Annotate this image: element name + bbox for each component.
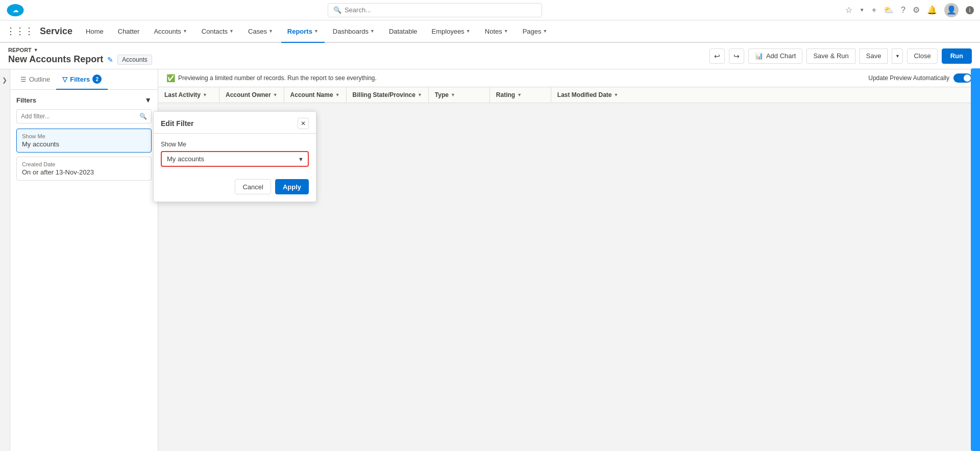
run-button[interactable]: Run [942,48,972,64]
app-name: Service [40,26,72,37]
modal-body: Show Me My accounts All accounts My team… [154,134,316,174]
settings-icon[interactable]: ⚙ [913,5,920,15]
nav-cases-chevron: ▼ [268,29,273,34]
filter-icon: ▽ [62,76,67,83]
col-account-owner-chevron: ▼ [273,92,278,97]
filter-search-input[interactable] [21,113,139,120]
col-rating[interactable]: Rating ▼ [490,87,551,103]
nav-item-datatable[interactable]: Datatable [383,20,424,43]
table-area: Last Activity ▼ Account Owner ▼ Account … [158,87,980,103]
col-last-modified-date[interactable]: Last Modified Date ▼ [551,87,625,103]
report-actions: ↩ ↪ 📊 Add Chart Save & Run Save ▼ Close … [709,48,972,64]
apply-button[interactable]: Apply [275,179,309,194]
preview-bar: ✅ Previewing a limited number of records… [158,69,980,87]
filter-search-bar[interactable]: 🔍 [16,109,152,123]
modal-footer: Cancel Apply [154,174,316,202]
nav-reports-chevron: ▼ [314,29,318,34]
nav-item-contacts[interactable]: Contacts ▼ [195,20,240,43]
outline-icon: ☰ [20,76,27,83]
left-panel: ☰ Outline ▽ Filters 2 Filters ▼ 🔍 [10,69,158,451]
col-billing-state-chevron: ▼ [418,92,422,97]
app-switcher-icon[interactable]: ⋮⋮⋮ [6,26,34,37]
search-input[interactable] [345,6,536,14]
show-me-label: Show Me [161,141,309,148]
filters-heading-chevron[interactable]: ▼ [144,96,152,104]
close-button[interactable]: Close [907,48,937,64]
show-me-select[interactable]: My accounts All accounts My team's accou… [162,152,308,166]
nav-pages-label: Pages [523,28,542,35]
cloud-icon[interactable]: ⛅ [884,5,894,15]
filters-heading: Filters ▼ [16,96,152,104]
salesforce-logo[interactable]: ☁ [6,3,24,17]
save-dropdown-button[interactable]: ▼ [892,48,903,64]
nav-accounts-chevron: ▼ [183,29,187,34]
nav-item-cases[interactable]: Cases ▼ [242,20,279,43]
add-icon[interactable]: + [872,6,876,15]
undo-button[interactable]: ↩ [709,48,725,64]
tab-filters-label: Filters [70,76,90,83]
svg-text:☁: ☁ [13,7,18,13]
col-last-activity[interactable]: Last Activity ▼ [158,87,219,103]
edit-title-icon[interactable]: ✎ [107,56,113,64]
top-bar: ☁ 🔍 ☆ ▼ + ⛅ ? ⚙ 🔔 👤 i [0,0,980,20]
table-header: Last Activity ▼ Account Owner ▼ Account … [158,87,980,103]
star-icon[interactable]: ☆ [845,5,852,15]
filters-panel: Filters ▼ 🔍 Show Me My accounts Created … [10,90,158,191]
filter-item-show-me[interactable]: Show Me My accounts [16,129,152,153]
app-wrapper: ☁ 🔍 ☆ ▼ + ⛅ ? ⚙ 🔔 👤 i ⋮⋮⋮ Service Home [0,0,980,451]
nav-dashboards-chevron: ▼ [370,29,375,34]
add-chart-button[interactable]: 📊 Add Chart [748,48,803,64]
nav-home-label: Home [86,28,104,35]
right-strip[interactable] [971,68,980,451]
col-last-activity-chevron: ▼ [203,92,207,97]
nav-item-home[interactable]: Home [80,20,110,43]
report-label-chevron[interactable]: ▼ [34,47,38,53]
chart-icon: 📊 [755,52,763,60]
nav-item-accounts[interactable]: Accounts ▼ [148,20,193,43]
nav-item-pages[interactable]: Pages ▼ [517,20,554,43]
global-search-bar[interactable]: 🔍 [328,3,542,17]
nav-item-employees[interactable]: Employees ▼ [426,20,477,43]
save-button[interactable]: Save [860,48,888,64]
col-billing-state-label: Billing State/Province [353,91,415,98]
tab-filters[interactable]: ▽ Filters 2 [56,69,108,90]
nav-item-chatter[interactable]: Chatter [112,20,146,43]
col-type-label: Type [435,91,449,98]
update-preview-toggle[interactable] [953,73,972,83]
col-type[interactable]: Type ▼ [429,87,490,103]
redo-button[interactable]: ↪ [729,48,744,64]
help-icon[interactable]: ? [901,6,905,15]
col-account-name-chevron: ▼ [335,92,340,97]
save-run-button[interactable]: Save & Run [806,48,855,64]
top-bar-left: ☁ [6,3,24,17]
tab-outline-label: Outline [29,76,50,83]
nav-item-reports[interactable]: Reports ▼ [281,20,325,43]
col-last-activity-label: Last Activity [164,91,201,98]
sidebar-toggle[interactable]: ❯ [0,69,10,451]
nav-pages-chevron: ▼ [543,29,548,34]
col-billing-state[interactable]: Billing State/Province ▼ [347,87,429,103]
filter-created-date-label: Created Date [22,161,146,167]
nav-employees-chevron: ▼ [466,29,471,34]
accounts-badge: Accounts [117,55,152,65]
nav-reports-label: Reports [287,28,312,35]
nav-item-notes[interactable]: Notes ▼ [479,20,514,43]
cancel-button[interactable]: Cancel [235,179,271,194]
modal-close-button[interactable]: ✕ [298,118,309,129]
report-title: New Accounts Report [8,54,103,65]
filter-item-created-date[interactable]: Created Date On or after 13-Nov-2023 [16,157,152,181]
nav-item-dashboards[interactable]: Dashboards ▼ [327,20,381,43]
report-label: REPORT ▼ [8,47,152,53]
star-dropdown-icon[interactable]: ▼ [860,7,865,13]
report-title-row: New Accounts Report ✎ Accounts [8,54,152,65]
notification-icon[interactable]: 🔔 [927,5,937,15]
col-account-name[interactable]: Account Name ▼ [284,87,347,103]
avatar[interactable]: 👤 [944,3,959,17]
col-account-owner[interactable]: Account Owner ▼ [219,87,284,103]
preview-text: Previewing a limited number of records. … [178,74,377,82]
modal-title: Edit Filter [161,119,194,128]
col-account-owner-label: Account Owner [226,91,271,98]
tab-outline[interactable]: ☰ Outline [14,69,56,90]
update-preview-control: Update Preview Automatically [868,73,972,83]
nav-bar: ⋮⋮⋮ Service Home Chatter Accounts ▼ Cont… [0,20,980,43]
